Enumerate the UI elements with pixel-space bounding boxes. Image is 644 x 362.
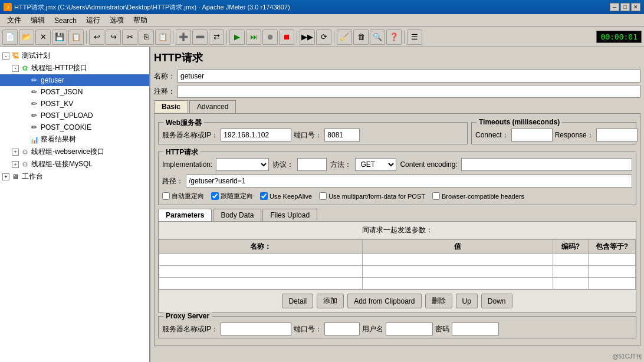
maximize-button[interactable]: □ — [620, 3, 630, 11]
keepalive-checkbox[interactable] — [260, 192, 268, 200]
proxy-port-input[interactable] — [324, 322, 360, 335]
menu-options[interactable]: 选项 — [105, 14, 129, 27]
paste-button[interactable]: 📋 — [155, 29, 170, 45]
expand-thread-http[interactable]: - — [12, 65, 19, 72]
tree-item-thread-ws[interactable]: + ⚙ 线程组-webservice接口 — [0, 146, 149, 158]
collapse-button[interactable]: ➖ — [192, 29, 208, 45]
port-input[interactable] — [324, 129, 360, 141]
list-button[interactable]: ☰ — [407, 29, 422, 45]
timeouts-row: Connect： Response： — [475, 129, 632, 141]
toolbar-separator-6 — [404, 31, 405, 44]
connect-input[interactable] — [511, 129, 553, 141]
method-label: 方法： — [330, 160, 351, 170]
keepalive-label[interactable]: Use KeepAlive — [260, 192, 312, 200]
clear-button[interactable]: 🧹 — [337, 29, 352, 45]
minimize-button[interactable]: ─ — [610, 3, 619, 11]
remote-start-button[interactable]: ▶▶ — [300, 29, 315, 45]
copy-button[interactable]: ⎘ — [139, 29, 154, 45]
open-button[interactable]: 📂 — [19, 29, 34, 45]
browser-headers-checkbox[interactable] — [432, 192, 440, 200]
keepalive-text: Use KeepAlive — [270, 193, 312, 200]
menu-help[interactable]: 帮助 — [129, 14, 152, 27]
comment-label: 注释： — [154, 87, 175, 97]
multipart-label[interactable]: Use multipart/form-data for POST — [319, 192, 425, 200]
proxy-server-input[interactable] — [221, 322, 291, 335]
up-button[interactable]: Up — [456, 294, 478, 308]
save-all-button[interactable]: 📋 — [68, 29, 84, 45]
tree-item-workbench[interactable]: + 🖥 工作台 — [0, 170, 149, 183]
response-input[interactable] — [596, 129, 638, 141]
start-no-pause-button[interactable]: ⏭ — [246, 29, 261, 45]
search-tree-button[interactable]: 🔍 — [370, 29, 385, 45]
follow-redirect-label[interactable]: 跟随重定向 — [211, 192, 253, 200]
remote-stop-button[interactable]: ⟳ — [316, 29, 331, 45]
clear-all-button[interactable]: 🗑 — [353, 29, 369, 45]
tree-item-post-cookie[interactable]: ✏ POST_COOKIE — [0, 121, 149, 133]
tree-label-view-result: 察看结果树 — [41, 134, 76, 144]
tab-body-data[interactable]: Body Data — [213, 209, 261, 221]
toolbar-separator-1 — [86, 31, 87, 44]
new-button[interactable]: 📄 — [2, 29, 18, 45]
undo-button[interactable]: ↩ — [89, 29, 104, 45]
add-from-clipboard-button[interactable]: Add from Clipboard — [347, 294, 421, 308]
protocol-input[interactable] — [297, 158, 327, 171]
add-button[interactable]: 添加 — [317, 294, 344, 308]
help-button[interactable]: ❓ — [386, 29, 402, 45]
multipart-checkbox[interactable] — [319, 192, 327, 200]
expand-button[interactable]: ➕ — [176, 29, 191, 45]
close-tab-button[interactable]: ✕ — [35, 29, 51, 45]
tree-item-thread-mysql[interactable]: + ⚙ 线程组-链接MySQL — [0, 158, 149, 170]
col-encoded: 编码? — [553, 240, 589, 254]
start-button[interactable]: ▶ — [229, 29, 245, 45]
expand-thread-mysql[interactable]: + — [12, 161, 19, 168]
post-upload-icon: ✏ — [29, 111, 39, 120]
empty-cell-8 — [589, 266, 636, 278]
tree-item-post-json[interactable]: ✏ POST_JSON — [0, 86, 149, 98]
redo-button[interactable]: ↪ — [106, 29, 121, 45]
name-input[interactable] — [178, 70, 640, 83]
expand-workbench[interactable]: + — [2, 173, 9, 180]
stop-button[interactable]: ⏺ — [262, 29, 278, 45]
save-button[interactable]: 💾 — [52, 29, 67, 45]
menu-search[interactable]: Search — [50, 15, 81, 26]
tree-item-view-result[interactable]: 📊 察看结果树 — [0, 133, 149, 146]
delete-button[interactable]: 删除 — [425, 294, 452, 308]
tab-files-upload[interactable]: Files Upload — [262, 209, 317, 221]
follow-redirect-checkbox[interactable] — [211, 192, 219, 200]
method-select[interactable]: GET POST — [355, 158, 396, 171]
auto-redirect-checkbox[interactable] — [162, 192, 170, 200]
menu-file[interactable]: 文件 — [2, 14, 26, 27]
detail-button[interactable]: Detail — [282, 294, 313, 308]
server-input[interactable] — [221, 129, 291, 141]
empty-cell-10 — [362, 278, 553, 289]
implementation-select[interactable] — [216, 158, 269, 171]
empty-cell-9 — [159, 278, 363, 289]
tab-advanced[interactable]: Advanced — [189, 100, 236, 113]
browser-headers-label[interactable]: Browser-compatible headers — [432, 192, 524, 200]
expand-thread-ws[interactable]: + — [12, 149, 19, 156]
tree-item-post-upload[interactable]: ✏ POST_UPLOAD — [0, 110, 149, 121]
comment-input[interactable] — [178, 85, 640, 98]
path-label: 路径： — [162, 176, 183, 186]
shutdown-button[interactable]: ⏹ — [279, 29, 294, 45]
tab-parameters[interactable]: Parameters — [158, 209, 212, 221]
auto-redirect-label[interactable]: 自动重定向 — [162, 192, 204, 200]
tree-item-post-kv[interactable]: ✏ POST_KV — [0, 98, 149, 110]
menu-edit[interactable]: 编辑 — [26, 14, 50, 27]
encoding-input[interactable] — [461, 158, 632, 171]
tab-basic[interactable]: Basic — [154, 100, 188, 113]
expand-test-plan[interactable]: - — [2, 52, 9, 60]
close-button[interactable]: ✕ — [631, 3, 640, 11]
workbench-icon: 🖥 — [11, 172, 20, 182]
tree-item-getuser[interactable]: ✏ getuser — [0, 74, 149, 86]
cut-button[interactable]: ✂ — [122, 29, 137, 45]
proxy-username-input[interactable] — [386, 322, 433, 335]
toggle-button[interactable]: ⇄ — [209, 29, 224, 45]
path-input[interactable] — [186, 175, 632, 187]
tree-item-thread-http[interactable]: - ⚙ 线程组-HTTP接口 — [0, 62, 149, 74]
proxy-password-input[interactable] — [452, 322, 499, 335]
name-label: 名称： — [154, 71, 175, 81]
menu-run[interactable]: 运行 — [81, 14, 105, 27]
tree-item-test-plan[interactable]: - 🏗 测试计划 — [0, 50, 149, 62]
down-button[interactable]: Down — [481, 294, 512, 308]
